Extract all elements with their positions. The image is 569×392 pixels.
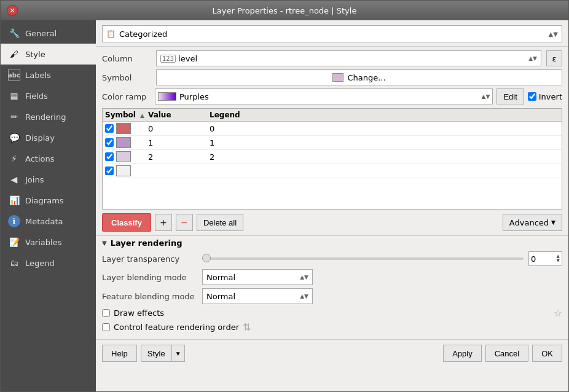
invert-checkbox-row: Invert	[528, 92, 562, 101]
table-row[interactable]: 1 1	[103, 136, 562, 150]
table-row[interactable]	[103, 164, 562, 178]
row-0-checkbox[interactable]	[105, 124, 114, 133]
control-order-checkbox[interactable]	[102, 323, 110, 331]
col-header-legend: Legend	[210, 111, 559, 119]
invert-checkbox[interactable]	[528, 92, 536, 101]
feature-blend-arrow-icon: ▲▼	[300, 293, 308, 299]
variables-icon: 📝	[8, 236, 20, 248]
bottom-left-buttons: Help Style ▼	[102, 345, 185, 362]
style-main-button[interactable]: Style	[141, 345, 171, 362]
sidebar-label-display: Display	[25, 133, 55, 143]
table-row[interactable]: 2 2	[103, 150, 562, 164]
main-content: 🔧 General 🖌 Style abc Labels ▦ Fields ✏ …	[1, 20, 568, 391]
feature-blend-combo[interactable]: Normal ▲▼	[202, 288, 313, 304]
sidebar-label-variables: Variables	[25, 238, 61, 247]
sidebar-item-rendering[interactable]: ✏ Rendering	[1, 106, 96, 127]
transparency-spinbox[interactable]: 0 ▲ ▼	[528, 251, 562, 266]
slider-thumb[interactable]	[202, 254, 211, 262]
row-3-checkbox[interactable]	[105, 167, 114, 175]
apply-button[interactable]: Apply	[443, 345, 482, 362]
column-value: level	[178, 54, 197, 63]
sidebar-item-display[interactable]: 💬 Display	[1, 127, 96, 148]
metadata-icon: ℹ	[8, 215, 20, 227]
row-0-legend: 0	[210, 124, 559, 133]
column-form-row: Column 123 level ▲▼ ε	[102, 50, 562, 66]
feature-blend-row: Feature blending mode Normal ▲▼	[102, 288, 562, 304]
help-button[interactable]: Help	[102, 345, 137, 362]
legend-icon: 🗂	[8, 257, 20, 269]
sidebar-item-labels[interactable]: abc Labels	[1, 65, 96, 85]
row-2-checkbox[interactable]	[105, 152, 114, 161]
sidebar-item-diagrams[interactable]: 📊 Diagrams	[1, 190, 96, 211]
sidebar-label-actions: Actions	[25, 154, 55, 163]
sidebar-item-legend[interactable]: 🗂 Legend	[1, 253, 96, 273]
advanced-label: Advanced	[509, 218, 549, 227]
style-icon: 🖌	[8, 48, 20, 60]
spinbox-arrows[interactable]: ▲ ▼	[557, 254, 560, 263]
spinbox-down-icon[interactable]: ▼	[557, 259, 560, 263]
layer-blend-combo[interactable]: Normal ▲▼	[202, 269, 313, 285]
renderer-combo[interactable]: 📋 Categorized ▲▼	[102, 25, 562, 42]
actions-icon: ⚡	[8, 152, 20, 165]
transparency-slider[interactable]	[202, 254, 524, 264]
add-category-button[interactable]: +	[155, 214, 172, 231]
close-button[interactable]: ✕	[7, 5, 18, 16]
rendering-icon: ✏	[8, 111, 20, 123]
renderer-arrow-icon: ▲▼	[549, 31, 558, 37]
symbol-change-label: Change...	[347, 73, 385, 82]
symbol-form-row: Symbol Change...	[102, 69, 562, 85]
col-header-value: Value	[148, 111, 210, 119]
row-2-color-swatch	[116, 151, 131, 162]
symbol-table: Symbol ▲ Value Legend 0	[102, 108, 562, 210]
epsilon-button[interactable]: ε	[546, 50, 562, 66]
sidebar-item-actions[interactable]: ⚡ Actions	[1, 148, 96, 169]
delete-all-button[interactable]: Delete all	[197, 214, 243, 231]
style-arrow-button[interactable]: ▼	[171, 345, 185, 362]
table-row[interactable]: 0 0	[103, 122, 562, 136]
style-combo-button: Style ▼	[141, 345, 185, 362]
sidebar-item-joins[interactable]: ◀ Joins	[1, 169, 96, 190]
sidebar-item-general[interactable]: 🔧 General	[1, 23, 96, 44]
color-ramp-arrow-icon: ▲▼	[482, 93, 490, 100]
general-icon: 🔧	[8, 27, 20, 39]
color-ramp-combo[interactable]: Purples ▲▼	[155, 88, 493, 104]
edit-button[interactable]: Edit	[496, 88, 524, 104]
sidebar-item-style[interactable]: 🖌 Style	[1, 44, 96, 65]
layer-rendering-section: ▼ Layer rendering Layer transparency 0	[96, 235, 568, 339]
row-1-checkbox[interactable]	[105, 138, 114, 147]
draw-effects-checkbox[interactable]	[102, 309, 110, 317]
ok-button[interactable]: OK	[532, 345, 562, 362]
star-icon: ☆	[554, 307, 562, 319]
draw-effects-label: Draw effects	[114, 308, 164, 318]
bottom-bar: Help Style ▼ Apply Cancel OK	[96, 339, 568, 367]
row-2-value: 2	[148, 152, 210, 162]
row-1-symbol	[105, 137, 148, 148]
color-ramp-form-row: Color ramp Purples ▲▼ Edit Invert	[102, 88, 562, 104]
sidebar-label-fields: Fields	[25, 92, 48, 101]
advanced-button[interactable]: Advanced ▼	[503, 214, 562, 231]
table-header: Symbol ▲ Value Legend	[103, 109, 562, 122]
symbol-change-button[interactable]: Change...	[156, 69, 562, 85]
remove-category-button[interactable]: −	[176, 214, 193, 231]
sidebar-label-metadata: Metadata	[25, 217, 63, 226]
row-2-legend: 2	[210, 152, 559, 162]
diagrams-icon: 📊	[8, 194, 20, 206]
right-panel: 📋 Categorized ▲▼ Column 123 level	[96, 20, 568, 391]
badge-123: 123	[160, 55, 176, 63]
labels-icon: abc	[8, 69, 20, 81]
sidebar-label-joins: Joins	[25, 175, 44, 184]
joins-icon: ◀	[8, 173, 20, 186]
sidebar-item-variables[interactable]: 📝 Variables	[1, 232, 96, 253]
transparency-row: Layer transparency 0 ▲ ▼	[102, 251, 562, 266]
fields-icon: ▦	[8, 90, 20, 102]
column-combo[interactable]: 123 level ▲▼	[156, 50, 541, 66]
sidebar-item-metadata[interactable]: ℹ Metadata	[1, 211, 96, 232]
classify-button[interactable]: Classify	[102, 213, 151, 232]
cancel-button[interactable]: Cancel	[485, 345, 528, 362]
sidebar-item-fields[interactable]: ▦ Fields	[1, 85, 96, 106]
row-1-legend: 1	[210, 138, 559, 147]
symbol-color-swatch	[332, 73, 343, 82]
layer-rendering-title[interactable]: ▼ Layer rendering	[102, 238, 562, 248]
row-1-color-swatch	[116, 137, 131, 148]
section-title-text: Layer rendering	[111, 238, 182, 248]
